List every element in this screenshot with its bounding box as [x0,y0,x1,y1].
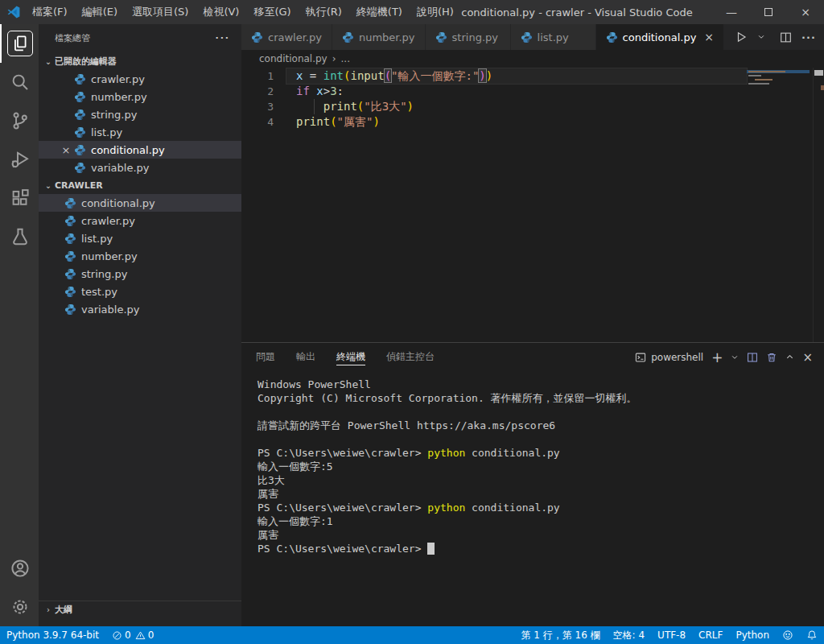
code-token: "比3大" [364,100,406,113]
indentation-indicator[interactable]: 空格: 4 [607,626,652,644]
code-token: : [337,85,344,97]
code-editor[interactable]: 1x = int(input("輸入一個數字:"))2if x>3:3 prin… [241,68,824,342]
open-editor-item[interactable]: variable.py [39,159,241,176]
minimap[interactable] [747,68,813,342]
python-file-icon [74,126,86,138]
notifications-button[interactable] [800,626,824,644]
code-token: int [323,69,344,82]
open-editor-item[interactable]: number.py [39,88,241,105]
sidebar-item-source-control[interactable] [0,101,39,140]
editor-tab[interactable]: number.py [332,24,426,50]
menu-item[interactable]: 移至(G) [246,0,298,24]
sidebar-item-run-debug[interactable] [0,140,39,179]
file-item[interactable]: crawler.py [39,212,241,229]
sidebar-item-search[interactable] [0,63,39,101]
breadcrumb-more[interactable]: ... [341,53,350,64]
account-button[interactable] [0,549,39,588]
panel-tab[interactable]: 輸出 [296,343,315,371]
sidebar-more-actions-icon[interactable]: ··· [215,33,230,43]
menu-item[interactable]: 選取項目(S) [125,0,196,24]
file-item[interactable]: number.py [39,247,241,265]
sidebar-item-extensions[interactable] [0,179,39,217]
open-editor-item[interactable]: crawler.py [39,70,241,88]
editor-tab[interactable]: crawler.py [241,24,332,50]
terminal-dropdown-chevron-icon[interactable] [731,353,739,361]
menu-item[interactable]: 編輯(E) [75,0,125,24]
python-interpreter-selector[interactable]: Python 3.9.7 64-bit [0,626,105,644]
split-terminal-icon[interactable] [747,352,758,363]
eol-indicator[interactable]: CRLF [692,626,729,644]
run-dropdown-chevron-icon[interactable] [755,31,768,43]
terminal-cursor [427,543,435,555]
sidebar-item-testing[interactable] [0,217,39,256]
open-editors-section-header[interactable]: ⌄ 已開啟的編輯器 [39,52,241,70]
file-item[interactable]: conditional.py [39,194,241,212]
tab-label: conditional.py [623,31,697,43]
menu-item[interactable]: 執行(R) [299,0,349,24]
file-label: list.py [81,233,113,245]
vscode-logo-icon [7,6,20,19]
feedback-smiley-icon [782,630,793,641]
terminal-text: PS C:\Users\weiwe\crawler> [258,502,427,514]
code-line[interactable]: 3 print("比3大") [241,99,824,114]
encoding-indicator[interactable]: UTF-8 [651,626,692,644]
language-mode-indicator[interactable]: Python [729,626,776,644]
terminal-output[interactable]: Windows PowerShellCopyright (C) Microsof… [241,371,824,626]
run-python-file-button[interactable] [732,28,750,46]
panel-tab[interactable]: 問題 [256,343,275,371]
maximize-button[interactable] [750,0,787,24]
new-terminal-button[interactable]: + [711,349,723,365]
chevron-down-icon: ⌄ [42,57,55,66]
file-item[interactable]: list.py [39,229,241,247]
cursor-position-indicator[interactable]: 第 1 行，第 16 欄 [514,626,606,644]
terminal-text: 厲害 [258,488,278,500]
account-icon [10,559,30,578]
folder-section-header[interactable]: ⌄ CRAWLER [39,176,241,194]
file-item[interactable]: string.py [39,265,241,283]
settings-button[interactable] [0,588,39,626]
split-editor-icon[interactable] [777,29,794,46]
problems-indicator[interactable]: 0 0 [105,626,160,644]
kill-terminal-trash-icon[interactable] [766,352,777,363]
maximize-panel-chevron-icon[interactable] [785,353,794,361]
open-editor-item[interactable]: string.py [39,105,241,123]
minimize-button[interactable]: — [713,0,750,24]
close-tab-icon[interactable]: × [704,31,714,43]
terminal-shell-selector[interactable]: powershell [635,352,703,363]
code-line[interactable]: 4print("厲害") [241,114,824,130]
terminal-line: 厲害 [258,528,824,542]
terminal-line [258,432,824,446]
outline-section-header[interactable]: › 大綱 [39,601,241,618]
code-token: if [296,85,310,97]
python-file-icon [435,31,447,43]
close-editor-icon[interactable]: × [58,144,74,156]
close-window-button[interactable]: × [787,0,824,24]
feedback-button[interactable] [776,626,800,644]
code-line[interactable]: 1x = int(input("輸入一個數字:")) [241,68,824,84]
menu-item[interactable]: 檔案(F) [25,0,75,24]
sidebar-item-explorer[interactable] [0,24,39,63]
close-panel-icon[interactable]: × [802,350,813,365]
code-token: ) [407,100,414,113]
status-bar: Python 3.9.7 64-bit 0 0 第 1 行，第 16 欄 空格:… [0,626,824,644]
open-editor-item[interactable]: list.py [39,123,241,141]
editor-tab[interactable]: list.py [511,24,596,50]
editor-tab[interactable]: conditional.py× [596,24,725,50]
breadcrumb-file[interactable]: conditional.py [259,53,328,64]
code-line[interactable]: 2if x>3: [241,84,824,99]
open-editor-item[interactable]: ×conditional.py [39,141,241,159]
more-actions-icon[interactable]: ··· [799,29,818,46]
window-title: conditional.py - crawler - Visual Studio… [447,6,707,19]
breadcrumb[interactable]: conditional.py › ... [241,50,824,68]
panel-tab[interactable]: 偵錯主控台 [386,343,435,371]
panel-tab[interactable]: 終端機 [336,343,365,371]
editor-tab[interactable]: string.py [426,24,511,50]
file-item[interactable]: test.py [39,283,241,300]
file-item[interactable]: variable.py [39,300,241,318]
menu-item[interactable]: 終端機(T) [349,0,410,24]
terminal-line: 輸入一個數字:5 [258,460,824,473]
line-number: 1 [241,68,274,84]
search-icon [10,72,30,92]
menu-item[interactable]: 檢視(V) [196,0,246,24]
python-file-icon [606,31,618,43]
